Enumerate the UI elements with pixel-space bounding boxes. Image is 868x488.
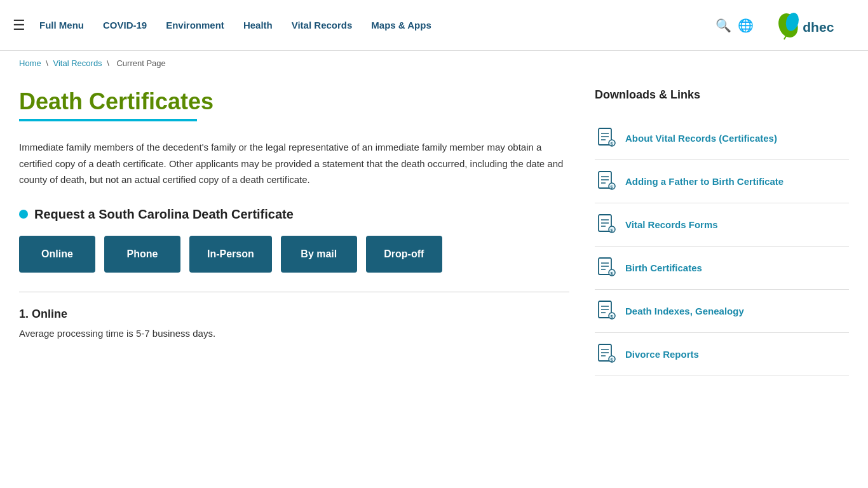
sidebar-link-text: Birth Certificates (625, 262, 702, 273)
sidebar-link-text: Adding a Father to Birth Certificate (625, 176, 783, 187)
breadcrumb-sep2: \ (107, 58, 111, 68)
sidebar-link-vital-records-forms[interactable]: $ Vital Records Forms (595, 203, 849, 247)
sidebar-link-text: About Vital Records (Certificates) (625, 133, 777, 144)
nav-health[interactable]: Health (236, 15, 280, 36)
intro-text: Immediate family members of the decedent… (19, 139, 569, 188)
svg-text:dhec: dhec (803, 19, 834, 34)
svg-text:$: $ (611, 185, 613, 190)
nav-full-menu[interactable]: Full Menu (32, 15, 92, 36)
sidebar-link-about-vital-records-certificates[interactable]: $ About Vital Records (Certificates) (595, 117, 849, 160)
document-icon: $ (595, 126, 618, 151)
svg-text:$: $ (611, 228, 613, 233)
request-heading-text: Request a South Carolina Death Certifica… (34, 207, 294, 222)
online-section-title: 1. Online (19, 308, 569, 321)
svg-text:$: $ (611, 142, 613, 147)
sidebar-link-text: Death Indexes, Genealogy (625, 306, 744, 316)
nav-items: Full Menu COVID-19 Environment Health Vi… (32, 15, 715, 36)
nav-vital-records[interactable]: Vital Records (284, 15, 360, 36)
method-btn-online[interactable]: Online (19, 236, 95, 273)
svg-text:$: $ (611, 358, 613, 363)
breadcrumb-home[interactable]: Home (19, 58, 41, 68)
document-icon: $ (595, 255, 618, 280)
nav-environment[interactable]: Environment (158, 15, 232, 36)
document-icon: $ (595, 299, 618, 323)
method-btn-phone[interactable]: Phone (104, 236, 180, 273)
method-btn-drop-off[interactable]: Drop-off (366, 236, 442, 273)
hamburger-icon[interactable]: ☰ (13, 17, 25, 34)
online-text: Average processing time is 5-7 business … (19, 326, 569, 341)
globe-icon[interactable]: 🌐 (738, 18, 754, 33)
svg-text:$: $ (611, 315, 613, 320)
document-icon: $ (595, 212, 618, 237)
section-dot (19, 210, 28, 219)
method-btn-in-person[interactable]: In-Person (189, 236, 272, 273)
nav-maps-apps[interactable]: Maps & Apps (363, 15, 438, 36)
sidebar-heading: Downloads & Links (595, 88, 849, 105)
sidebar-link-text: Vital Records Forms (625, 219, 718, 230)
main-content: Death Certificates Immediate family memb… (19, 88, 569, 376)
document-icon: $ (595, 342, 618, 367)
search-icon[interactable]: 🔍 (715, 18, 731, 33)
document-icon: $ (595, 169, 618, 194)
sidebar-links: $ About Vital Records (Certificates) $ A… (595, 117, 849, 376)
request-section-heading: Request a South Carolina Death Certifica… (19, 207, 569, 222)
sidebar-link-divorce-reports[interactable]: $ Divorce Reports (595, 333, 849, 376)
sidebar-link-birth-certificates[interactable]: $ Birth Certificates (595, 247, 849, 290)
sidebar-link-adding-a-father-to-birth-certificate[interactable]: $ Adding a Father to Birth Certificate (595, 160, 849, 203)
breadcrumb-current: Current Page (116, 58, 165, 68)
method-btn-by-mail[interactable]: By mail (281, 236, 357, 273)
method-buttons-row: OnlinePhoneIn-PersonBy mailDrop-off (19, 236, 569, 273)
svg-text:$: $ (611, 271, 613, 276)
top-navigation: ☰ Full Menu COVID-19 Environment Health … (0, 0, 868, 51)
page-title: Death Certificates (19, 88, 569, 115)
sidebar: Downloads & Links $ About Vital Records … (595, 88, 849, 376)
sidebar-link-text: Divorce Reports (625, 349, 699, 360)
breadcrumb-vital-records[interactable]: Vital Records (53, 58, 102, 68)
section-divider (19, 292, 569, 292)
breadcrumb-sep1: \ (46, 58, 50, 68)
title-underline (19, 119, 197, 121)
nav-covid[interactable]: COVID-19 (95, 15, 154, 36)
site-logo[interactable]: dhec (773, 6, 855, 44)
page-container: Death Certificates Immediate family memb… (0, 76, 868, 402)
sidebar-link-death-indexes,-genealogy[interactable]: $ Death Indexes, Genealogy (595, 290, 849, 333)
breadcrumb: Home \ Vital Records \ Current Page (0, 51, 868, 76)
nav-icon-group: 🔍 🌐 (715, 18, 754, 33)
